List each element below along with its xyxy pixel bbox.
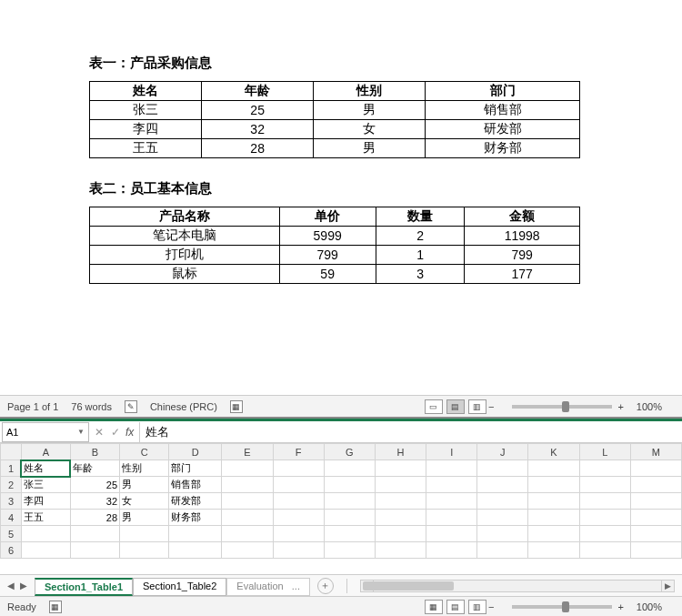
cell[interactable] bbox=[630, 493, 681, 510]
col-header-A[interactable]: A bbox=[21, 444, 70, 460]
cell[interactable] bbox=[579, 460, 630, 477]
select-all-corner[interactable] bbox=[1, 444, 22, 460]
col-header-B[interactable]: B bbox=[70, 444, 119, 460]
new-sheet-button[interactable]: ＋ bbox=[317, 578, 334, 594]
cell[interactable] bbox=[222, 493, 273, 510]
cell[interactable] bbox=[120, 526, 169, 542]
web-layout-button[interactable]: ▥ bbox=[468, 399, 486, 414]
cell[interactable] bbox=[21, 526, 70, 542]
col-header-L[interactable]: L bbox=[579, 444, 630, 460]
cell[interactable] bbox=[630, 460, 681, 477]
cell[interactable] bbox=[222, 477, 273, 493]
word-page-wrapper[interactable]: 表一：产品采购信息 姓名 年龄 性别 部门 张三 25 男 销售部 李四 32 bbox=[0, 0, 682, 395]
row-header[interactable]: 1 bbox=[1, 460, 22, 477]
row-header[interactable]: 2 bbox=[1, 477, 22, 493]
cell[interactable] bbox=[528, 510, 579, 526]
cell[interactable] bbox=[169, 542, 222, 559]
cell[interactable] bbox=[579, 542, 630, 559]
cell[interactable] bbox=[70, 542, 119, 559]
cell[interactable] bbox=[273, 510, 324, 526]
cell[interactable] bbox=[579, 526, 630, 542]
cell[interactable]: 25 bbox=[70, 477, 119, 493]
row-header[interactable]: 6 bbox=[1, 542, 22, 559]
cell[interactable]: 男 bbox=[120, 510, 169, 526]
cell[interactable] bbox=[375, 510, 426, 526]
zoom-slider[interactable] bbox=[512, 605, 612, 609]
col-header-K[interactable]: K bbox=[528, 444, 579, 460]
cell[interactable] bbox=[222, 460, 273, 477]
horizontal-scrollbar[interactable]: ◀ ▶ bbox=[360, 580, 675, 592]
excel-grid-wrap[interactable]: A B C D E F G H I J K L M 1 姓名 年龄 性别 部门 bbox=[0, 443, 682, 574]
cell[interactable] bbox=[120, 542, 169, 559]
col-header-G[interactable]: G bbox=[324, 444, 375, 460]
page-indicator[interactable]: Page 1 of 1 bbox=[7, 401, 58, 412]
cell[interactable] bbox=[477, 542, 528, 559]
cell[interactable] bbox=[426, 510, 477, 526]
cell[interactable] bbox=[222, 542, 273, 559]
cell[interactable]: 张三 bbox=[21, 477, 70, 493]
cell[interactable]: 李四 bbox=[21, 493, 70, 510]
cell[interactable] bbox=[222, 510, 273, 526]
col-header-M[interactable]: M bbox=[630, 444, 681, 460]
zoom-in-button[interactable]: + bbox=[617, 401, 623, 412]
cell[interactable] bbox=[477, 493, 528, 510]
tab-nav-prev-icon[interactable]: ◀ bbox=[7, 581, 15, 591]
sheet-tab-section1-table2[interactable]: Section1_Table2 bbox=[133, 578, 226, 596]
tab-nav-next-icon[interactable]: ▶ bbox=[20, 581, 27, 591]
cell[interactable]: 32 bbox=[70, 493, 119, 510]
col-header-D[interactable]: D bbox=[169, 444, 222, 460]
cell[interactable] bbox=[528, 526, 579, 542]
scroll-thumb[interactable] bbox=[363, 581, 454, 591]
cell[interactable] bbox=[21, 542, 70, 559]
cell[interactable]: 销售部 bbox=[169, 477, 222, 493]
language-indicator[interactable]: Chinese (PRC) bbox=[150, 401, 217, 412]
zoom-level[interactable]: 100% bbox=[637, 601, 662, 612]
scroll-right-icon[interactable]: ▶ bbox=[661, 581, 674, 591]
cancel-icon[interactable]: ✕ bbox=[95, 426, 104, 439]
fx-icon[interactable]: fx bbox=[125, 426, 134, 439]
macro-button[interactable]: ▦ bbox=[230, 400, 243, 413]
col-header-J[interactable]: J bbox=[477, 444, 528, 460]
cell[interactable] bbox=[426, 460, 477, 477]
col-header-H[interactable]: H bbox=[375, 444, 426, 460]
cell[interactable]: 性别 bbox=[120, 460, 169, 477]
zoom-slider[interactable] bbox=[512, 405, 612, 409]
cell[interactable] bbox=[375, 460, 426, 477]
cell[interactable] bbox=[222, 526, 273, 542]
cell[interactable] bbox=[273, 542, 324, 559]
name-box[interactable]: A1 ▼ bbox=[2, 422, 89, 442]
cell[interactable] bbox=[426, 526, 477, 542]
cell[interactable]: 财务部 bbox=[169, 510, 222, 526]
cell[interactable] bbox=[477, 510, 528, 526]
zoom-in-button[interactable]: + bbox=[617, 601, 623, 612]
cell[interactable] bbox=[477, 460, 528, 477]
cell[interactable] bbox=[375, 477, 426, 493]
col-header-I[interactable]: I bbox=[426, 444, 477, 460]
proofing-button[interactable]: ✎ bbox=[125, 400, 137, 413]
cell[interactable]: 研发部 bbox=[169, 493, 222, 510]
cell[interactable] bbox=[324, 510, 375, 526]
formula-input[interactable]: 姓名 bbox=[139, 422, 682, 442]
cell[interactable] bbox=[477, 477, 528, 493]
cell[interactable]: 男 bbox=[120, 477, 169, 493]
cell[interactable] bbox=[528, 460, 579, 477]
macro-record-button[interactable]: ▦ bbox=[49, 601, 62, 613]
zoom-out-button[interactable]: − bbox=[488, 401, 494, 412]
cell[interactable]: 王五 bbox=[21, 510, 70, 526]
word-count[interactable]: 76 words bbox=[71, 401, 112, 412]
cell[interactable]: 年龄 bbox=[70, 460, 119, 477]
col-header-E[interactable]: E bbox=[222, 444, 273, 460]
cell[interactable] bbox=[630, 542, 681, 559]
cell[interactable] bbox=[630, 526, 681, 542]
cell[interactable] bbox=[273, 460, 324, 477]
row-header[interactable]: 4 bbox=[1, 510, 22, 526]
page-break-view-button[interactable]: ▥ bbox=[468, 600, 486, 614]
read-mode-button[interactable]: ▭ bbox=[425, 399, 443, 414]
cell[interactable] bbox=[273, 477, 324, 493]
cell[interactable] bbox=[630, 477, 681, 493]
col-header-F[interactable]: F bbox=[273, 444, 324, 460]
cell[interactable] bbox=[579, 477, 630, 493]
row-header[interactable]: 3 bbox=[1, 493, 22, 510]
cell[interactable] bbox=[375, 542, 426, 559]
normal-view-button[interactable]: ▦ bbox=[425, 600, 443, 614]
